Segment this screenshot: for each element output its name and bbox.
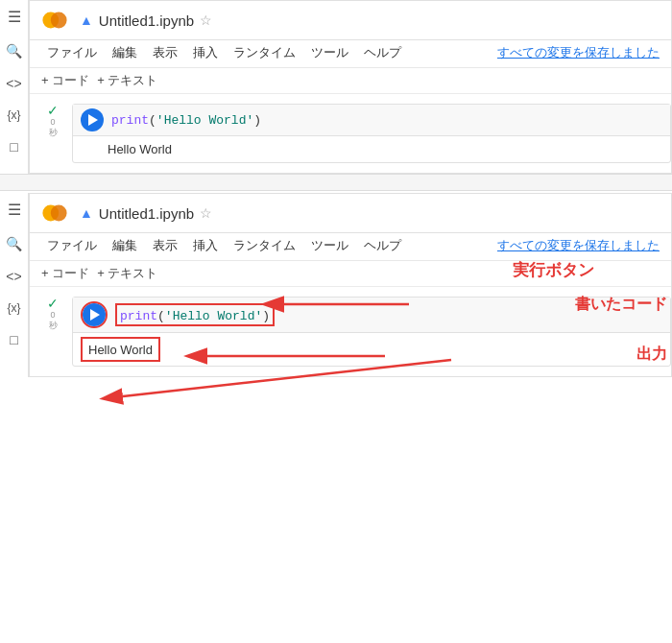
code-display-bottom[interactable]: print('Hello World'): [120, 309, 270, 323]
star-icon-top[interactable]: ☆: [200, 12, 212, 28]
menu-help-bottom[interactable]: ヘルプ: [358, 235, 407, 256]
drive-icon: ▲: [80, 12, 93, 28]
menu-insert-top[interactable]: 挿入: [187, 42, 224, 63]
drive-icon-2: ▲: [80, 205, 93, 221]
svg-point-1: [51, 12, 67, 29]
sidebar-icon-code[interactable]: <>: [6, 76, 21, 91]
sidebar-icon-search-2[interactable]: 🔍: [6, 236, 22, 251]
run-button-top[interactable]: [81, 108, 104, 131]
sidebar-icon-files[interactable]: □: [10, 139, 17, 155]
menu-file-top[interactable]: ファイル: [41, 42, 103, 63]
file-name-bottom[interactable]: Untitled1.ipynb: [99, 205, 194, 222]
sidebar-icon-search[interactable]: 🔍: [6, 43, 22, 59]
add-text-btn-bottom[interactable]: + テキスト: [97, 265, 157, 282]
colab-logo-2: [41, 200, 68, 226]
sidebar-icon-menu[interactable]: ☰: [8, 8, 21, 26]
menu-view-bottom[interactable]: 表示: [147, 235, 183, 256]
svg-point-3: [51, 205, 67, 222]
add-code-btn-bottom[interactable]: + コード: [41, 265, 89, 282]
output-text-bottom: Hello World: [88, 343, 153, 357]
sidebar-icon-code-2[interactable]: <>: [6, 269, 21, 284]
menu-file-bottom[interactable]: ファイル: [41, 235, 103, 256]
menu-tools-top[interactable]: ツール: [305, 42, 354, 63]
exec-time-top: 0秒: [49, 117, 58, 138]
menu-help-top[interactable]: ヘルプ: [358, 42, 407, 63]
run-button-bottom[interactable]: [83, 303, 106, 326]
annotation-run-label: 実行ボタン: [513, 259, 594, 281]
sidebar-icon-files-2[interactable]: □: [10, 332, 17, 347]
menu-runtime-bottom[interactable]: ランタイム: [228, 235, 301, 256]
menu-tools-bottom[interactable]: ツール: [305, 235, 354, 256]
add-text-btn-top[interactable]: + テキスト: [97, 72, 157, 89]
check-mark-top: ✓: [47, 104, 59, 117]
sidebar-icon-variables[interactable]: {x}: [7, 108, 20, 122]
add-code-btn-top[interactable]: + コード: [41, 72, 89, 89]
file-name-top[interactable]: Untitled1.ipynb: [99, 12, 194, 29]
exec-time-bottom: 0秒: [49, 310, 58, 331]
menu-view-top[interactable]: 表示: [147, 42, 183, 63]
menu-edit-top[interactable]: 編集: [107, 42, 143, 63]
star-icon-bottom[interactable]: ☆: [200, 205, 212, 221]
colab-logo: [41, 7, 68, 34]
code-display-top[interactable]: print('Hello World'): [111, 113, 261, 128]
menu-edit-bottom[interactable]: 編集: [107, 235, 143, 256]
menu-insert-bottom[interactable]: 挿入: [187, 235, 224, 256]
sidebar-icon-variables-2[interactable]: {x}: [7, 301, 20, 315]
sidebar-icon-menu-2[interactable]: ☰: [8, 201, 21, 219]
output-text-top: Hello World: [108, 142, 172, 156]
check-mark-bottom: ✓: [47, 297, 59, 310]
save-status-top[interactable]: すべての変更を保存しました: [497, 44, 660, 61]
save-status-bottom[interactable]: すべての変更を保存しました: [497, 237, 660, 254]
menu-runtime-top[interactable]: ランタイム: [228, 42, 301, 63]
